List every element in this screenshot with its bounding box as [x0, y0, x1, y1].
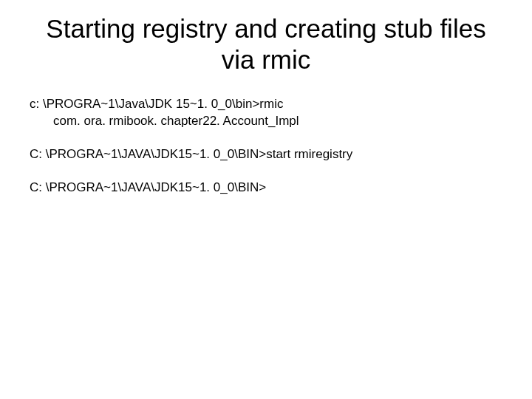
slide-container: Starting registry and creating stub file… [0, 0, 532, 399]
slide-title: Starting registry and creating stub file… [30, 13, 502, 75]
command-line-3: C: \PROGRA~1\JAVA\JDK15~1. 0_0\BIN> [30, 180, 502, 197]
command-line-1: c: \PROGRA~1\Java\JDK 15~1. 0_0\bin>rmic [30, 96, 502, 113]
command-line-1-arg: com. ora. rmibook. chapter22. Account_Im… [30, 113, 502, 130]
command-line-2: C: \PROGRA~1\JAVA\JDK15~1. 0_0\BIN>start… [30, 146, 502, 163]
spacer [30, 130, 502, 146]
slide-body: c: \PROGRA~1\Java\JDK 15~1. 0_0\bin>rmic… [30, 96, 502, 197]
spacer [30, 163, 502, 180]
